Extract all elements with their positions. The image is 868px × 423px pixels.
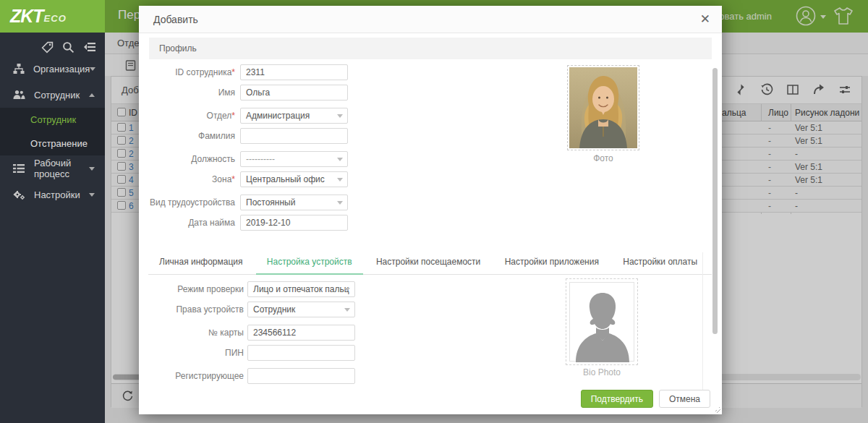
field-label: ID сотрудника (175, 67, 231, 77)
sidebar-item-label: Организация (33, 64, 90, 74)
chevron-down-icon (89, 167, 95, 171)
field-label: Должность (191, 154, 235, 164)
modal-tabs: Личная информация Настройка устройств На… (148, 252, 712, 275)
add-employee-modal: Добавить ✕ Профиль ID сотрудника* Имя От… (139, 6, 722, 414)
form-row-department: Отдел* Администрация (139, 108, 348, 124)
registering-input[interactable] (247, 368, 355, 384)
chevron-up-icon (89, 93, 95, 97)
form-row-employment-type: Вид трудоустройства Постоянный (139, 195, 348, 210)
form-row-first-name: Имя (139, 85, 348, 101)
gears-icon (13, 189, 25, 200)
sidebar-item-label: Настройки (34, 189, 89, 200)
org-chart-icon (13, 64, 25, 74)
tab-device-settings[interactable]: Настройка устройств (256, 252, 363, 275)
field-label: Имя (218, 87, 235, 98)
first-name-input[interactable] (240, 85, 348, 101)
hire-date-input[interactable] (240, 215, 348, 231)
form-row-card-number: № карты (139, 325, 355, 341)
sidebar-item-label: Рабочий процесс (34, 158, 89, 179)
photo-caption: Фото (567, 153, 639, 163)
tag-icon[interactable] (41, 41, 54, 54)
position-select[interactable]: ---------- (240, 151, 348, 167)
field-label: Дата найма (188, 218, 235, 228)
collapse-menu-icon[interactable] (83, 41, 96, 53)
required-mark: * (231, 67, 235, 77)
tab-app-settings[interactable]: Настройки приложения (494, 252, 610, 273)
bio-photo-caption: Bio Photo (566, 367, 638, 377)
field-label: Вид трудоустройства (150, 197, 235, 208)
card-number-input[interactable] (247, 325, 355, 341)
area-select[interactable]: Центральный офис (240, 171, 348, 187)
form-row-last-name: Фамилия (139, 128, 348, 144)
modal-title: Добавить (153, 14, 198, 25)
modal-scrollbar-thumb[interactable] (712, 68, 718, 334)
field-label: Режим проверки (177, 284, 244, 294)
field-label: № карты (208, 328, 244, 338)
form-row-registering: Регистрирующее (139, 368, 355, 384)
form-row-employee-id: ID сотрудника* (139, 64, 348, 80)
sidebar: ZKT ECO Организация Сотрудник Сотрудник … (0, 0, 105, 423)
close-icon[interactable]: ✕ (700, 12, 710, 27)
chevron-down-icon (344, 288, 350, 291)
pin-input[interactable] (247, 345, 355, 361)
cancel-button[interactable]: Отмена (659, 390, 710, 408)
tab-personal-info[interactable]: Личная информация (148, 252, 254, 273)
form-row-area: Зона* Центральный офис (139, 171, 348, 187)
modal-header: Добавить ✕ (139, 6, 722, 33)
field-label: Отдел (207, 111, 232, 121)
tab-payment-settings[interactable]: Настройки оплаты (612, 252, 708, 273)
chevron-down-icon (90, 67, 95, 71)
field-label: ПИН (225, 348, 244, 358)
logo-text-eco: ECO (44, 13, 67, 24)
required-mark: * (231, 174, 235, 184)
verify-mode-select[interactable]: Лицо и отпечаток пальц (247, 281, 355, 297)
confirm-button[interactable]: Подтвердить (581, 390, 653, 408)
form-row-device-rights: Права устройств Сотрудник (139, 302, 355, 317)
sidebar-item-organization[interactable]: Организация (0, 56, 105, 82)
bio-photo-upload[interactable] (566, 278, 638, 365)
form-row-pin: ПИН (139, 345, 355, 361)
chevron-down-icon (337, 158, 343, 161)
field-label: Права устройств (176, 304, 244, 315)
employment-type-select[interactable]: Постоянный (240, 195, 348, 210)
chevron-down-icon (337, 114, 343, 118)
chevron-down-icon (337, 178, 343, 181)
sidebar-subitem-dismissal[interactable]: Отстранение (0, 132, 105, 155)
profile-section-header: Профиль (149, 38, 712, 59)
panel-divider (702, 252, 703, 401)
sidebar-item-label: Сотрудник (34, 90, 89, 101)
sidebar-item-settings[interactable]: Настройки (0, 181, 105, 208)
required-mark: * (231, 111, 235, 121)
workflow-list-icon (13, 163, 25, 174)
field-label: Фамилия (198, 131, 235, 141)
people-icon (13, 90, 25, 100)
resize-handle[interactable] (714, 406, 720, 413)
chevron-down-icon (344, 308, 350, 312)
employee-photo[interactable] (567, 65, 639, 150)
field-label: Регистрирующее (175, 371, 244, 381)
sidebar-subitem-employee[interactable]: Сотрудник (0, 108, 105, 132)
device-rights-select[interactable]: Сотрудник (247, 302, 355, 317)
sidebar-item-workflow[interactable]: Рабочий процесс (0, 155, 105, 181)
form-row-position: Должность ---------- (139, 151, 348, 167)
department-select[interactable]: Администрация (240, 108, 348, 124)
chevron-down-icon (337, 201, 343, 205)
form-row-verify-mode: Режим проверки Лицо и отпечаток пальц (139, 281, 355, 297)
form-row-hire-date: Дата найма (139, 215, 348, 231)
employee-id-input[interactable] (240, 64, 348, 80)
tab-attendance-settings[interactable]: Настройки посещаемости (365, 252, 491, 273)
last-name-input[interactable] (240, 128, 348, 144)
app-logo: ZKT ECO (0, 0, 105, 33)
sidebar-item-employee[interactable]: Сотрудник (0, 82, 105, 108)
logo-text-main: ZKT (10, 6, 43, 27)
chevron-down-icon (89, 193, 95, 197)
field-label: Зона (212, 174, 231, 184)
search-icon[interactable] (62, 41, 75, 54)
